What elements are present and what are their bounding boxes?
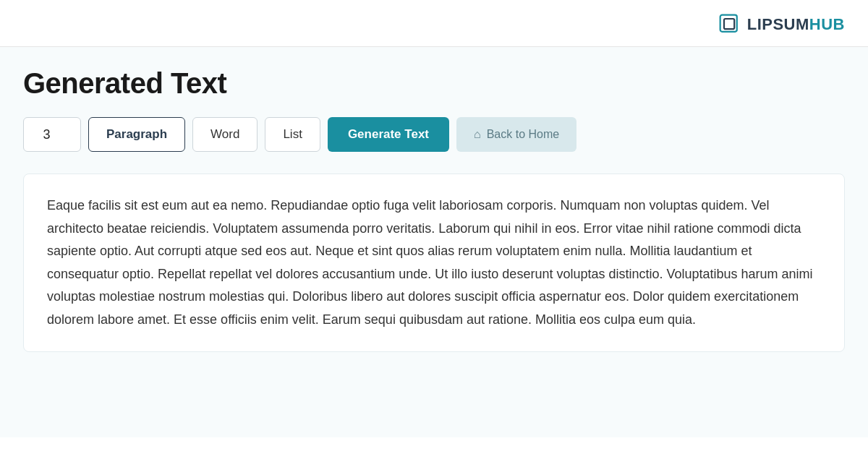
toolbar: Paragraph Word List Generate Text ⌂ Back… <box>23 117 845 152</box>
generate-text-button[interactable]: Generate Text <box>328 117 449 152</box>
list-button[interactable]: List <box>265 117 320 152</box>
logo-icon <box>718 13 741 36</box>
generated-text-box: Eaque facilis sit est eum aut ea nemo. R… <box>23 174 845 352</box>
word-button[interactable]: Word <box>192 117 258 152</box>
generated-paragraph: Eaque facilis sit est eum aut ea nemo. R… <box>47 194 821 331</box>
back-to-home-button[interactable]: ⌂ Back to Home <box>456 117 576 152</box>
main-content: Generated Text Paragraph Word List Gener… <box>0 47 868 437</box>
home-icon: ⌂ <box>474 128 481 141</box>
logo-hub: HUB <box>809 15 845 33</box>
svg-rect-1 <box>724 19 734 29</box>
logo-lipsum: LIPSUM <box>747 15 809 33</box>
number-input[interactable] <box>23 117 81 152</box>
back-btn-label: Back to Home <box>487 128 559 141</box>
header: LIPSUMHUB <box>0 0 868 47</box>
paragraph-button[interactable]: Paragraph <box>88 117 185 152</box>
logo: LIPSUMHUB <box>718 13 845 36</box>
page-title: Generated Text <box>23 67 845 100</box>
logo-text: LIPSUMHUB <box>747 15 845 34</box>
